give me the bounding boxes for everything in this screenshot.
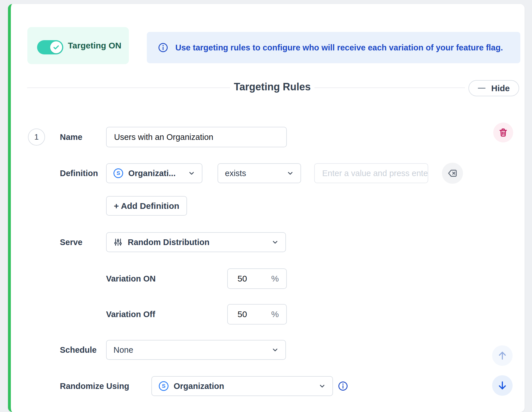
definition-attribute-value: Organizati... [128, 169, 176, 178]
chevron-down-icon [286, 169, 294, 177]
minus-icon [478, 88, 486, 89]
variation-off-label: Variation Off [106, 304, 155, 324]
chevron-down-icon [188, 169, 196, 177]
chevron-down-icon [271, 346, 279, 354]
randomize-using-dropdown[interactable]: S Organization [151, 376, 333, 396]
name-label: Name [60, 127, 82, 147]
chevron-down-icon [318, 382, 326, 390]
randomize-using-label: Randomize Using [60, 376, 129, 396]
targeting-toggle[interactable] [37, 40, 63, 54]
schedule-value: None [113, 345, 133, 355]
variation-off-value: 50 [237, 309, 247, 319]
arrow-up-icon [497, 350, 508, 361]
schedule-dropdown[interactable]: None [106, 340, 286, 360]
targeting-panel: Targeting ON Use targeting rules to conf… [8, 4, 525, 412]
clear-definition-button[interactable] [442, 163, 463, 184]
add-definition-button[interactable]: + Add Definition [106, 196, 187, 216]
variation-on-label: Variation ON [106, 269, 156, 289]
serve-value: Random Distribution [128, 238, 210, 247]
definition-operator-dropdown[interactable]: exists [218, 163, 301, 183]
definition-attribute-dropdown[interactable]: S Organizati... [106, 163, 202, 183]
trash-icon [498, 127, 508, 138]
move-rule-down-button[interactable] [492, 375, 513, 396]
randomize-info-icon[interactable] [338, 381, 348, 391]
schedule-label: Schedule [60, 340, 97, 360]
delete-rule-button[interactable] [493, 123, 513, 142]
rule-number-badge: 1 [28, 129, 45, 146]
definition-label: Definition [60, 163, 98, 183]
attribute-s-badge-icon: S [159, 381, 168, 391]
hide-button[interactable]: Hide [468, 80, 519, 96]
rule-name-input[interactable] [106, 127, 287, 147]
percent-sign: % [271, 274, 279, 283]
variation-off-input[interactable]: 50 % [227, 304, 287, 325]
serve-dropdown[interactable]: Random Distribution [106, 232, 286, 252]
variation-on-input[interactable]: 50 % [227, 268, 287, 289]
definition-operator-value: exists [225, 169, 246, 178]
hide-button-label: Hide [491, 83, 510, 93]
chevron-down-icon [271, 238, 279, 246]
randomize-using-value: Organization [174, 382, 224, 391]
backspace-icon [447, 168, 458, 179]
variation-on-value: 50 [237, 274, 247, 283]
percent-sign: % [271, 309, 279, 319]
arrow-down-icon [497, 380, 508, 391]
divider-left [27, 87, 230, 88]
divider-right [314, 87, 465, 88]
toggle-check-icon [50, 41, 62, 53]
move-rule-up-button[interactable] [492, 345, 513, 366]
info-banner: Use targeting rules to configure who wil… [147, 32, 520, 63]
targeting-toggle-card: Targeting ON [27, 27, 129, 64]
attribute-s-badge-icon: S [113, 168, 123, 178]
serve-label: Serve [60, 232, 82, 252]
section-title: Targeting Rules [230, 81, 315, 93]
sliders-icon [113, 238, 123, 247]
info-icon [158, 42, 168, 53]
banner-text: Use targeting rules to configure who wil… [175, 43, 503, 52]
targeting-status-label: Targeting ON [68, 27, 121, 64]
definition-value-input[interactable] [314, 163, 428, 183]
